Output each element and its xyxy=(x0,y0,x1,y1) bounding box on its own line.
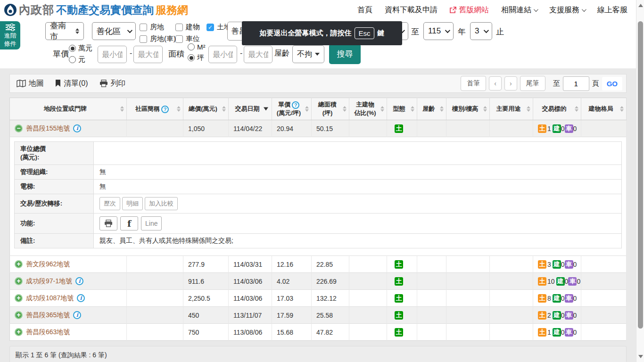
vertical-scrollbar[interactable] xyxy=(636,0,644,362)
parcel-link[interactable]: 善昌段663地號 xyxy=(26,328,70,337)
nav-home[interactable]: 首頁 xyxy=(357,5,372,15)
nav-old-site[interactable]: 舊版網站 xyxy=(450,5,489,15)
col-sublabel: (萬元/坪) xyxy=(277,109,301,116)
col-header-unit-price[interactable]: 單價? (萬元/坪) xyxy=(272,98,312,120)
city-select[interactable]: 臺南市 xyxy=(45,22,84,40)
sliders-icon xyxy=(5,24,16,31)
radio-ping[interactable]: 坪 xyxy=(188,53,206,62)
checkbox-building[interactable]: 建物 xyxy=(175,23,200,32)
help-icon[interactable]: ? xyxy=(292,101,299,109)
parcel-link[interactable]: 善文段962地號 xyxy=(26,260,70,269)
col-header-target[interactable]: 交易標的 xyxy=(533,98,581,120)
facebook-share-button[interactable]: f xyxy=(120,216,138,230)
month-end-select[interactable]: 3 xyxy=(470,22,492,40)
col-header-community[interactable]: 社區簡稱? xyxy=(127,98,183,120)
checkbox-icon xyxy=(175,24,183,31)
parcel-link[interactable]: 善昌段155地號 xyxy=(26,124,70,133)
nav-support[interactable]: 支援服務 xyxy=(549,5,585,15)
table-row[interactable]: 成功段97-1地號 i 911.6 114/03/06 4.02 226.69 … xyxy=(10,273,627,290)
col-label: 交易日期 xyxy=(235,105,260,112)
col-header-date[interactable]: 交易日期 xyxy=(229,98,272,120)
detail-button[interactable]: 明細 xyxy=(122,197,143,210)
table-row[interactable]: 善昌段663地號 750 113/08/06 15.68 47.82 土 土1 … xyxy=(10,324,627,341)
layout-cell xyxy=(581,256,627,273)
add-compare-button[interactable]: 加入比較 xyxy=(145,197,178,210)
nav-online-service[interactable]: 線上客服 xyxy=(597,5,627,15)
help-icon[interactable]: ? xyxy=(161,106,169,113)
district-select[interactable]: 善化區 xyxy=(92,22,136,40)
prev-page-button[interactable]: ‹ xyxy=(489,76,502,90)
info-icon[interactable]: i xyxy=(73,124,81,132)
expand-icon[interactable] xyxy=(15,294,23,302)
list-view-button[interactable]: 清單(0) xyxy=(55,79,88,89)
scroll-up-arrow-icon[interactable] xyxy=(638,4,643,7)
search-button[interactable]: 搜尋 xyxy=(329,44,361,64)
advanced-filter-button[interactable]: 進階 條件 xyxy=(0,21,20,49)
sort-icon xyxy=(222,106,226,112)
table-row[interactable]: 善昌段365地號 i 450 113/11/07 17.59 25.58 土 土… xyxy=(10,307,627,324)
scroll-down-arrow-icon[interactable] xyxy=(638,355,643,358)
radio-m2[interactable]: M² xyxy=(188,43,206,51)
radio-wan-label: 萬元 xyxy=(78,44,92,53)
history-button[interactable]: 歷次 xyxy=(99,197,120,210)
expand-icon[interactable] xyxy=(15,260,23,268)
type-cell: 土 xyxy=(387,256,417,273)
col-header-building-ratio[interactable]: 主建物 佔比(%) xyxy=(349,98,387,120)
parcel-link[interactable]: 成功段1087地號 xyxy=(26,294,74,303)
chevron-down-icon xyxy=(484,28,489,33)
line-share-button[interactable]: Line xyxy=(141,216,162,230)
print-row-button[interactable] xyxy=(99,216,117,230)
year-end-select[interactable]: 115 xyxy=(423,22,454,40)
build-badge: 建 xyxy=(553,124,561,133)
col-header-area[interactable]: 總面積 (坪) xyxy=(312,98,349,120)
page-number-input[interactable] xyxy=(563,76,589,91)
col-header-total-price[interactable]: 總價(萬元) xyxy=(183,98,229,120)
nav-related-links[interactable]: 相關連結 xyxy=(501,5,537,15)
expand-icon[interactable] xyxy=(15,328,23,336)
detail-parking-total-value xyxy=(94,142,622,165)
parcel-link[interactable]: 成功段97-1地號 xyxy=(26,277,72,286)
build-badge: 建 xyxy=(553,294,561,303)
col-label: 建物格局 xyxy=(589,105,613,112)
col-header-location[interactable]: 地段位置或門牌 xyxy=(10,98,127,120)
checkbox-house-land[interactable]: 房地 xyxy=(140,23,164,32)
table-row[interactable]: 成功段1087地號 i 2,250.5 114/03/06 17.03 132.… xyxy=(10,290,627,307)
sort-icon xyxy=(380,106,384,112)
col-header-usage[interactable]: 主要用途 xyxy=(490,98,533,120)
col-header-type[interactable]: 型態 xyxy=(387,98,417,120)
age-select[interactable]: 不拘 xyxy=(292,45,324,63)
map-view-button[interactable]: 地圖 xyxy=(17,79,44,89)
info-icon[interactable]: i xyxy=(77,294,85,302)
col-sublabel: 佔比(%) xyxy=(354,109,376,116)
radio-wan[interactable]: 萬元 xyxy=(69,44,92,53)
info-icon[interactable]: i xyxy=(73,311,81,319)
table-row[interactable]: 善昌段155地號 i 1,050 114/04/22 20.94 50.15 土… xyxy=(10,120,627,137)
sort-icon xyxy=(620,106,624,112)
col-header-floor[interactable]: 樓別/樓高 xyxy=(446,98,490,120)
collapse-icon[interactable] xyxy=(15,124,23,132)
next-page-button[interactable]: › xyxy=(504,76,517,90)
col-header-layout[interactable]: 建物格局 xyxy=(581,98,627,120)
last-page-button[interactable]: 尾筆 xyxy=(520,76,545,91)
area-min-input[interactable] xyxy=(208,46,237,63)
site-logo[interactable]: 內政部 不動產交易實價查詢 服務網 xyxy=(4,2,188,17)
unit-price-min-input[interactable] xyxy=(98,46,127,63)
col-header-age[interactable]: 屋齡 xyxy=(417,98,446,120)
scrollbar-thumb[interactable] xyxy=(638,21,643,329)
expand-icon[interactable] xyxy=(15,277,23,285)
area-max-input[interactable] xyxy=(244,46,272,63)
info-icon[interactable]: i xyxy=(75,277,83,285)
checkbox-house-land-car[interactable]: 房地(車) xyxy=(140,34,176,43)
table-row[interactable]: 善文段962地號 277.9 114/03/31 12.16 22.85 土 土… xyxy=(10,256,627,273)
expand-icon[interactable] xyxy=(15,311,23,319)
sort-icon xyxy=(575,106,578,112)
parcel-link[interactable]: 善昌段365地號 xyxy=(26,311,70,320)
go-button[interactable]: GO xyxy=(602,77,622,90)
print-button[interactable]: 列印 xyxy=(99,79,126,89)
checkbox-parking[interactable]: 車位 xyxy=(175,34,200,43)
nav-downloads[interactable]: 資料下載及申請 xyxy=(385,5,438,15)
radio-yuan[interactable]: 元 xyxy=(69,55,92,64)
detail-function-label: 功能: xyxy=(15,214,94,234)
unit-price-max-input[interactable] xyxy=(133,46,163,63)
first-page-button[interactable]: 首筆 xyxy=(461,76,486,91)
